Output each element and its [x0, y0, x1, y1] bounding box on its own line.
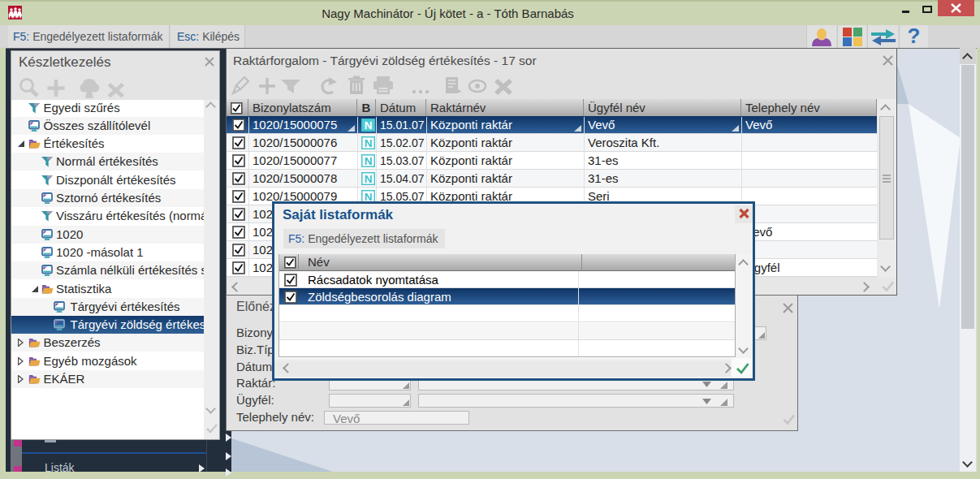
- svg-text:N: N: [365, 155, 373, 167]
- svg-text:N: N: [365, 191, 373, 203]
- svg-text:N: N: [365, 173, 373, 185]
- svg-text:N: N: [365, 119, 373, 132]
- svg-text:N: N: [365, 137, 373, 149]
